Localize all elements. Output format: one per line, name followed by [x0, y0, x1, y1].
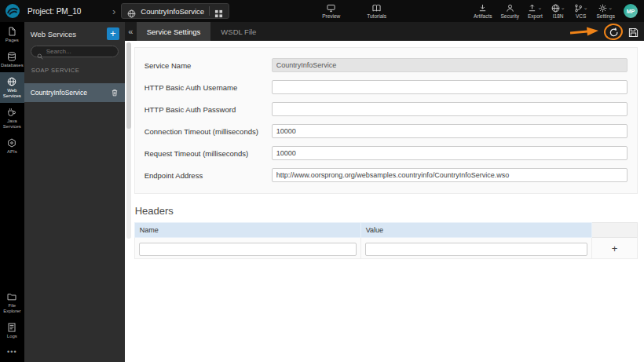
tutorials-label: Tutorials — [367, 13, 386, 19]
menu-label: Artifacts — [474, 13, 492, 19]
service-search-box[interactable] — [31, 46, 119, 57]
soap-service-section-label: SOAP SERVICE — [24, 64, 125, 79]
header-actions-cell: + — [592, 238, 638, 259]
preview-monitor-icon — [327, 4, 335, 13]
field-label: Connection Timeout (milliseconds) — [145, 127, 272, 136]
sidebar-item-label: Databases — [1, 63, 24, 68]
menu-security[interactable]: Security — [500, 3, 518, 19]
add-service-button[interactable]: + — [107, 27, 119, 40]
export-icon — [528, 4, 536, 13]
request-timeout-input[interactable] — [272, 146, 628, 160]
header-name-input[interactable] — [139, 243, 357, 256]
trash-icon[interactable] — [111, 89, 119, 97]
auth-password-input[interactable] — [272, 102, 628, 116]
field-label: Service Name — [145, 61, 272, 70]
form-row-request-timeout: Request Timeout (milliseconds) — [145, 146, 628, 160]
security-user-icon — [506, 4, 514, 13]
headers-table: Name Value + — [134, 222, 638, 259]
headers-table-header-row: Name Value — [134, 223, 637, 238]
search-icon — [37, 49, 43, 55]
form-row-connection-timeout: Connection Timeout (milliseconds) — [145, 124, 628, 138]
menu-vcs[interactable]: ⌄ VCS — [574, 3, 588, 19]
menu-export[interactable]: ⌄ Export — [528, 3, 543, 19]
scrollbar-thumb[interactable] — [126, 42, 131, 129]
menu-label: VCS — [576, 13, 586, 19]
tutorials-button[interactable]: Tutorials — [367, 4, 386, 19]
preview-button[interactable]: Preview — [322, 4, 340, 19]
connection-timeout-input[interactable] — [272, 124, 628, 138]
sidebar-item-apis[interactable]: APIs — [0, 133, 24, 159]
service-list-item[interactable]: CountryInfoService — [24, 83, 125, 102]
topbar-menu: Artifacts Security ⌄ Export ⌄ I18N — [474, 3, 644, 19]
menu-label: Export — [528, 13, 543, 19]
preview-label: Preview — [322, 13, 340, 19]
headers-section-title: Headers — [135, 205, 638, 217]
chevron-down-icon: ⌄ — [537, 5, 542, 10]
sidebar-item-logs[interactable]: Logs — [0, 318, 24, 343]
header-value-cell — [360, 238, 591, 259]
service-selector[interactable]: CountryInfoService — [121, 3, 229, 19]
web-services-globe-icon — [7, 77, 16, 86]
sidebar-item-file-explorer[interactable]: File Explorer — [0, 287, 24, 318]
endpoint-address-input[interactable] — [272, 168, 628, 182]
app-logo-icon[interactable] — [5, 3, 20, 19]
header-value-input[interactable] — [365, 243, 587, 256]
collapse-panel-button[interactable]: « — [125, 22, 137, 41]
i18n-globe-icon — [551, 4, 560, 13]
menu-artifacts[interactable]: Artifacts — [474, 3, 492, 19]
divider — [209, 6, 210, 16]
sidebar-item-java-services[interactable]: Java Services — [0, 103, 24, 133]
more-options-icon[interactable]: ••• — [0, 343, 24, 362]
coffee-cup-icon — [7, 108, 16, 117]
form-row-auth-username: HTTP Basic Auth Username — [145, 80, 628, 94]
settings-gear-icon — [598, 4, 607, 13]
user-avatar[interactable]: MP — [624, 4, 638, 18]
sidebar: Pages Databases Web Services Java Servic… — [0, 22, 24, 362]
sidebar-item-label: File Explorer — [1, 303, 24, 314]
search-input[interactable] — [46, 48, 112, 55]
sidebar-spacer — [0, 159, 24, 287]
sidebar-item-web-services[interactable]: Web Services — [0, 72, 24, 103]
vcs-branch-icon — [574, 4, 583, 13]
field-label: Request Timeout (milliseconds) — [145, 149, 272, 158]
add-header-row-button[interactable]: + — [596, 243, 633, 254]
menu-label: I18N — [553, 13, 564, 19]
form-row-service-name: Service Name — [145, 58, 628, 72]
project-label: Project: PM_10 — [27, 7, 112, 16]
annotation-circle — [603, 22, 624, 41]
save-icon[interactable] — [628, 27, 639, 37]
tabbar-actions — [570, 22, 644, 41]
form-row-auth-password: HTTP Basic Auth Password — [145, 102, 628, 116]
tab-bar: « Service Settings WSDL File — [125, 22, 644, 41]
sidebar-item-label: Java Services — [1, 119, 24, 130]
service-name-input[interactable] — [272, 58, 628, 72]
menu-label: Security — [500, 13, 518, 19]
menu-settings[interactable]: ⌄ Settings — [597, 3, 616, 19]
database-icon — [7, 52, 16, 61]
page-icon — [7, 27, 16, 36]
menu-i18n[interactable]: ⌄ I18N — [551, 3, 565, 19]
field-label: HTTP Basic Auth Password — [145, 105, 272, 114]
sidebar-item-databases[interactable]: Databases — [0, 47, 24, 72]
tab-service-settings[interactable]: Service Settings — [137, 22, 211, 41]
sidebar-item-pages[interactable]: Pages — [0, 22, 24, 47]
vertical-scrollbar[interactable] — [126, 42, 131, 239]
panel-title: Web Services — [31, 30, 107, 38]
field-label: Endpoint Address — [145, 171, 272, 180]
main-area: « Service Settings WSDL File — [125, 22, 644, 362]
auth-username-input[interactable] — [272, 80, 628, 94]
column-header-name: Name — [134, 223, 360, 238]
api-hexagon-icon — [7, 138, 16, 148]
chevron-down-icon: ⌄ — [608, 5, 613, 10]
artifacts-download-icon — [478, 4, 487, 13]
grid-icon[interactable] — [214, 7, 223, 16]
service-settings-content: Service Name HTTP Basic Auth Username HT… — [125, 41, 644, 362]
service-item-label: CountryInfoService — [31, 89, 87, 97]
topbar: Project: PM_10 › CountryInfoService Prev… — [0, 0, 644, 22]
web-services-panel: Web Services + SOAP SERVICE CountryInfoS… — [24, 22, 125, 362]
headers-table-row: + — [134, 238, 637, 259]
sidebar-item-label: APIs — [7, 149, 17, 155]
tab-wsdl-file[interactable]: WSDL File — [210, 22, 266, 41]
reload-service-icon[interactable] — [608, 26, 620, 38]
form-row-endpoint-address: Endpoint Address — [145, 168, 628, 182]
